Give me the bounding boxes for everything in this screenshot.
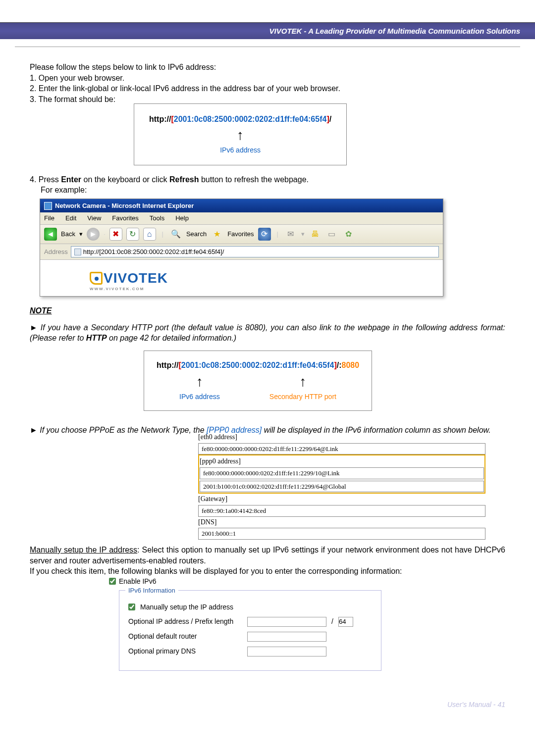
url2-label-addr: IPv6 address xyxy=(179,392,220,402)
url-line-2: http://[2001:0c08:2500:0002:0202:d1ff:fe… xyxy=(157,360,359,371)
search-icon[interactable]: 🔍 xyxy=(169,228,182,241)
step4-c: on the keyboard or click xyxy=(81,175,169,184)
intro-lead: Please follow the steps below to link to… xyxy=(30,62,505,73)
ie-app-icon xyxy=(44,202,52,210)
back-label[interactable]: Back xyxy=(61,230,75,239)
url2-address: 2001:0c08:2500:0002:0202:d1ff:fe04:65f4 xyxy=(181,361,334,369)
step-3: 3. The format should be: xyxy=(30,94,505,105)
step-4: 4. Press Enter on the keyboard or click … xyxy=(30,174,505,196)
step4-e: button to refresh the webpage. xyxy=(199,175,309,184)
up-arrow-icon-2a: ↑ xyxy=(179,372,220,391)
manual-heading: Manually setup the IP address xyxy=(30,546,137,554)
edit-icon[interactable]: ▭ xyxy=(325,228,338,241)
ie-address-row: Address http://[2001:0c08:2500:0002:0202… xyxy=(40,244,443,260)
manual-p2: If you check this item, the following bl… xyxy=(30,566,505,577)
ie-toolbar: ◄ Back ▾ ► · ✖ ↻ ⌂ | 🔍 Search ★ Favorite… xyxy=(40,225,443,244)
step4-refresh: Refresh xyxy=(169,175,199,184)
ipv6-form-legend[interactable]: IPv6 Information xyxy=(125,586,178,595)
step4-enter: Enter xyxy=(61,175,81,184)
enable-ipv6-row: Enable IPv6 xyxy=(109,577,505,586)
vivotek-eye-icon xyxy=(90,272,103,285)
ip-address-input[interactable] xyxy=(247,617,326,627)
header-banner: VIVOTEK - A Leading Provider of Multimed… xyxy=(0,22,535,39)
print-icon[interactable]: 🖶 xyxy=(309,228,321,241)
url1-label: IPv6 address xyxy=(149,146,331,155)
messenger-icon[interactable]: ✿ xyxy=(342,228,355,241)
note-p1-c: on page 42 for detailed information.) xyxy=(107,334,237,342)
url1-prefix: http:// xyxy=(149,115,171,123)
history-icon[interactable]: ⟳ xyxy=(258,228,271,241)
address-input[interactable]: http://[2001:0c08:2500:0002:0202:d1ff:fe… xyxy=(71,246,439,258)
page-icon xyxy=(74,249,81,255)
primary-dns-input[interactable] xyxy=(247,647,326,656)
address-value: http://[2001:0c08:2500:0002:0202:d1ff:fe… xyxy=(83,248,224,256)
eth0-value: fe80:0000:0000:0000:0202:d1ff:fe11:2299/… xyxy=(198,443,485,455)
url2-port: 8080 xyxy=(342,361,360,369)
page-content: Please follow the steps below to link to… xyxy=(0,47,535,671)
stop-icon[interactable]: ✖ xyxy=(109,228,122,241)
mail-dropdown-icon[interactable]: ▾ xyxy=(301,230,305,239)
enable-ipv6-label: Enable IPv6 xyxy=(119,577,157,586)
toolbar-sep-1: · xyxy=(104,230,106,239)
up-arrow-icon-2b: ↑ xyxy=(269,372,336,391)
ppp0-highlight-box: [ppp0 address] fe80:0000:0000:0000:0202:… xyxy=(198,454,485,494)
ip-prefix-label: Optional IP address / Prefix length xyxy=(128,617,242,626)
url1-address: 2001:0c08:2500:0002:0202:d1ff:fe04:65f4 xyxy=(174,115,327,123)
toolbar-sep-2: | xyxy=(162,230,163,239)
page-footer: User's Manual - 41 xyxy=(0,671,535,723)
enable-ipv6-checkbox[interactable] xyxy=(109,578,116,585)
manual-setup-checkbox[interactable] xyxy=(128,604,135,610)
prefix-length-input[interactable] xyxy=(338,617,353,627)
search-label[interactable]: Search xyxy=(186,230,207,239)
logo-text: VIVOTEK xyxy=(104,270,168,286)
ppp0-value-1: fe80:0000:0000:0000:0202:d1ff:fe11:2299/… xyxy=(200,467,484,479)
ppp0-label: [ppp0 address] xyxy=(200,456,484,467)
menu-file[interactable]: File xyxy=(44,214,54,223)
pppoe-a: ► If you choose PPPoE as the Network Typ… xyxy=(30,426,207,434)
manual-setup-label: Manually setup the IP address xyxy=(140,603,233,612)
pppoe-c: will be displayed in the IPv6 informatio… xyxy=(262,426,490,434)
step-1: 1. Open your web browser. xyxy=(30,73,505,84)
pppoe-paragraph: ► If you choose PPPoE as the Network Typ… xyxy=(30,425,505,436)
favorites-icon[interactable]: ★ xyxy=(211,228,223,241)
url2-label-port: Secondary HTTP port xyxy=(269,392,336,402)
steps-block: Please follow the steps below to link to… xyxy=(30,62,505,104)
menu-tools[interactable]: Tools xyxy=(150,214,164,223)
primary-dns-label: Optional primary DNS xyxy=(128,647,242,656)
url2-prefix: http:// xyxy=(157,361,178,369)
step4-line2: For example: xyxy=(41,185,505,196)
back-button-icon[interactable]: ◄ xyxy=(44,228,57,241)
url-format-box-2: http://[2001:0c08:2500:0002:0202:d1ff:fe… xyxy=(144,351,372,411)
menu-favorites[interactable]: Favorites xyxy=(112,214,138,223)
mail-icon[interactable]: ✉ xyxy=(284,228,297,241)
note-p1-http: HTTP xyxy=(86,334,107,342)
note-p1: ► If you have a Secondary HTTP port (the… xyxy=(30,322,505,344)
ie-title-text: Network Camera - Microsoft Internet Expl… xyxy=(55,202,194,210)
url2-suffix: /: xyxy=(337,361,342,369)
default-router-label: Optional default router xyxy=(128,632,242,641)
menu-help[interactable]: Help xyxy=(175,214,189,223)
home-icon[interactable]: ⌂ xyxy=(143,228,156,241)
toolbar-sep-3: | xyxy=(277,230,278,239)
menu-view[interactable]: View xyxy=(87,214,101,223)
default-router-input[interactable] xyxy=(247,632,326,642)
step4-a: 4. Press xyxy=(30,175,61,184)
gateway-label: [Gateway] xyxy=(198,494,485,505)
dns-value: 2001:b000::1 xyxy=(198,528,485,540)
ppp0-value-2: 2001:b100:01c0:0002:0202:d1ff:fe11:2299/… xyxy=(200,481,484,493)
logo-subtext: WWW.VIVOTEK.COM xyxy=(90,287,443,292)
ipv6-info-column: [eth0 address] fe80:0000:0000:0000:0202:… xyxy=(198,432,485,540)
note-heading: NOTE xyxy=(30,305,505,316)
dns-label: [DNS] xyxy=(198,517,485,528)
prefix-slash: / xyxy=(331,617,333,626)
menu-edit[interactable]: Edit xyxy=(65,214,76,223)
favorites-label[interactable]: Favorites xyxy=(227,230,254,239)
ie-window: Network Camera - Microsoft Internet Expl… xyxy=(40,199,443,297)
manual-paragraph: Manually setup the IP address: Select th… xyxy=(30,545,505,566)
url-format-box-1: http://[2001:0c08:2500:0002:0202:d1ff:fe… xyxy=(134,103,347,165)
back-dropdown-icon[interactable]: ▾ xyxy=(79,230,83,239)
url-line-1: http://[2001:0c08:2500:0002:0202:d1ff:fe… xyxy=(149,114,331,125)
forward-button-icon[interactable]: ► xyxy=(87,228,100,241)
refresh-icon[interactable]: ↻ xyxy=(126,228,139,241)
step-2: 2. Enter the link-global or link-local I… xyxy=(30,83,505,94)
